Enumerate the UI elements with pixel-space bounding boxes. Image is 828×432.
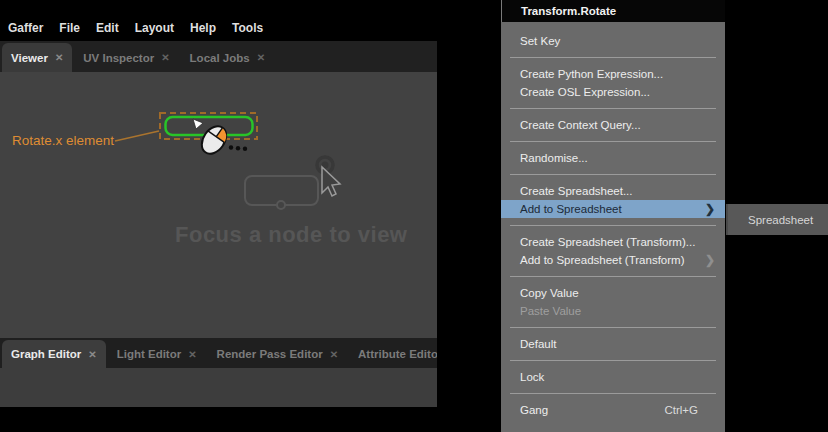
tab-label: Render Pass Editor [217, 348, 323, 360]
menu-item-label: Randomise... [520, 152, 715, 164]
menubar-item-layout[interactable]: Layout [135, 21, 174, 35]
ellipsis-dots [229, 145, 247, 151]
menu-separator [510, 174, 716, 175]
menu-separator [510, 141, 716, 142]
menu-item-label: Add to Spreadsheet [520, 203, 705, 215]
menubar-item-gaffer[interactable]: Gaffer [8, 21, 43, 35]
graph-editor-panel[interactable] [0, 368, 437, 407]
close-icon[interactable]: ✕ [257, 52, 265, 63]
menu-item-label: Set Key [520, 35, 715, 47]
menu-separator [510, 327, 716, 328]
menu-item-label: Spreadsheet [748, 214, 818, 226]
menubar-item-file[interactable]: File [59, 21, 80, 35]
menu-item-create-osl-expression[interactable]: Create OSL Expression... [501, 83, 725, 101]
menu-separator [510, 276, 716, 277]
menu-separator [510, 108, 716, 109]
bottom-tab-bar: Graph Editor ✕ Light Editor ✕ Render Pas… [0, 338, 437, 368]
menu-item-label: Create OSL Expression... [520, 86, 715, 98]
menu-item-label: Paste Value [520, 305, 715, 317]
menubar-item-edit[interactable]: Edit [96, 21, 119, 35]
viewer-placeholder-text: Focus a node to view [175, 222, 407, 248]
close-icon[interactable]: ✕ [55, 52, 63, 63]
menu-item-paste-value[interactable]: Paste Value [501, 302, 725, 320]
menu-separator [510, 57, 716, 58]
menu-item-label: Copy Value [520, 287, 715, 299]
tab-attribute-editor[interactable]: Attribute Editor ✕ [349, 340, 437, 368]
tab-viewer[interactable]: Viewer ✕ [2, 43, 72, 72]
menu-item-label: Create Context Query... [520, 119, 715, 131]
menu-bar: GafferFileEditLayoutHelpTools [0, 0, 437, 41]
menu-item-copy-value[interactable]: Copy Value [501, 284, 725, 302]
menu-item-label: Create Spreadsheet (Transform)... [520, 236, 715, 248]
menu-item-label: Gang [520, 404, 664, 416]
menu-item-create-spreadsheet[interactable]: Create Spreadsheet... [501, 182, 725, 200]
submenu-item-spreadsheet[interactable]: Spreadsheet [728, 204, 828, 235]
gaffer-window: GafferFileEditLayoutHelpTools Viewer ✕ U… [0, 0, 437, 407]
menu-item-create-spreadsheet-transform[interactable]: Create Spreadsheet (Transform)... [501, 233, 725, 251]
tab-graph-editor[interactable]: Graph Editor ✕ [2, 340, 106, 368]
context-menu-body: Set Key Create Python Expression... Crea… [501, 22, 725, 419]
menu-item-default[interactable]: Default [501, 335, 725, 353]
top-tab-bar: Viewer ✕ UV Inspector ✕ Local Jobs ✕ [0, 41, 437, 72]
tab-label: UV Inspector [83, 52, 154, 64]
tab-render-pass-editor[interactable]: Render Pass Editor ✕ [208, 340, 347, 368]
annotation-line [115, 131, 159, 141]
node-plug [277, 201, 285, 209]
tab-label: Attribute Editor [358, 348, 437, 360]
tab-label: Local Jobs [190, 52, 250, 64]
menu-item-gang[interactable]: Gang Ctrl+G [501, 401, 725, 419]
context-menu-title: Transform.Rotate [501, 0, 725, 22]
close-icon[interactable]: ✕ [161, 52, 169, 63]
menu-item-add-to-spreadsheet-transform[interactable]: Add to Spreadsheet (Transform) ❯ [501, 251, 725, 269]
close-icon[interactable]: ✕ [188, 349, 196, 360]
menu-item-shortcut: Ctrl+G [664, 404, 715, 416]
mouse-icon [197, 122, 231, 159]
menu-item-label: Create Spreadsheet... [520, 185, 715, 197]
menu-item-randomise[interactable]: Randomise... [501, 149, 725, 167]
menu-item-label: Create Python Expression... [520, 68, 715, 80]
menu-item-label: Lock [520, 371, 715, 383]
menubar-item-tools[interactable]: Tools [232, 21, 263, 35]
menu-item-set-key[interactable]: Set Key [501, 32, 725, 50]
close-icon[interactable]: ✕ [330, 349, 338, 360]
submenu-arrow-icon: ❯ [705, 202, 715, 216]
tab-light-editor[interactable]: Light Editor ✕ [108, 340, 206, 368]
tab-label: Light Editor [117, 348, 182, 360]
menu-separator [510, 225, 716, 226]
menubar-item-help[interactable]: Help [190, 21, 216, 35]
menu-item-create-python-expression[interactable]: Create Python Expression... [501, 65, 725, 83]
context-menu: Transform.Rotate Set Key Create Python E… [501, 0, 725, 432]
close-icon[interactable]: ✕ [88, 349, 96, 360]
menu-separator [510, 360, 716, 361]
viewer-panel[interactable]: Rotate.x element Focus a node to view [0, 72, 437, 338]
tab-label: Graph Editor [11, 348, 81, 360]
submenu-arrow-icon: ❯ [705, 253, 715, 267]
menu-item-create-context-query[interactable]: Create Context Query... [501, 116, 725, 134]
menu-item-label: Default [520, 338, 715, 350]
viewer-overlay [0, 72, 437, 338]
tab-uv-inspector[interactable]: UV Inspector ✕ [74, 43, 178, 72]
menu-item-label: Add to Spreadsheet (Transform) [520, 254, 705, 266]
spreadsheet-submenu: Spreadsheet [726, 204, 828, 235]
menu-item-add-to-spreadsheet[interactable]: Add to Spreadsheet ❯ [501, 200, 725, 218]
tab-local-jobs[interactable]: Local Jobs ✕ [181, 43, 274, 72]
tab-label: Viewer [11, 52, 48, 64]
pointer-cursor-icon [193, 119, 203, 129]
annotation-label: Rotate.x element [12, 133, 114, 148]
menu-item-lock[interactable]: Lock [501, 368, 725, 386]
menu-separator [510, 393, 716, 394]
desktop: GafferFileEditLayoutHelpTools Viewer ✕ U… [0, 0, 828, 432]
